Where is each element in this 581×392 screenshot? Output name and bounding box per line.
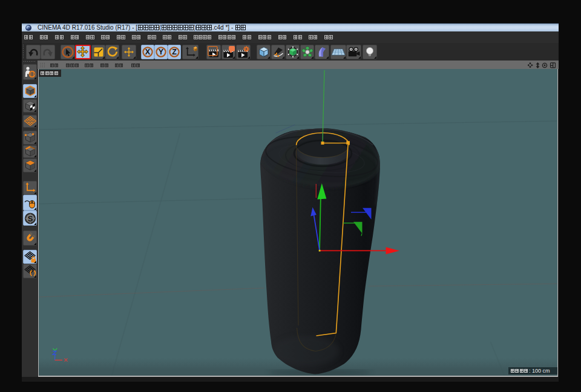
svg-text:S: S (27, 214, 33, 223)
svg-text:X: X (145, 48, 151, 56)
svg-text:Z: Z (172, 48, 177, 56)
svg-text:Y: Y (159, 48, 164, 56)
